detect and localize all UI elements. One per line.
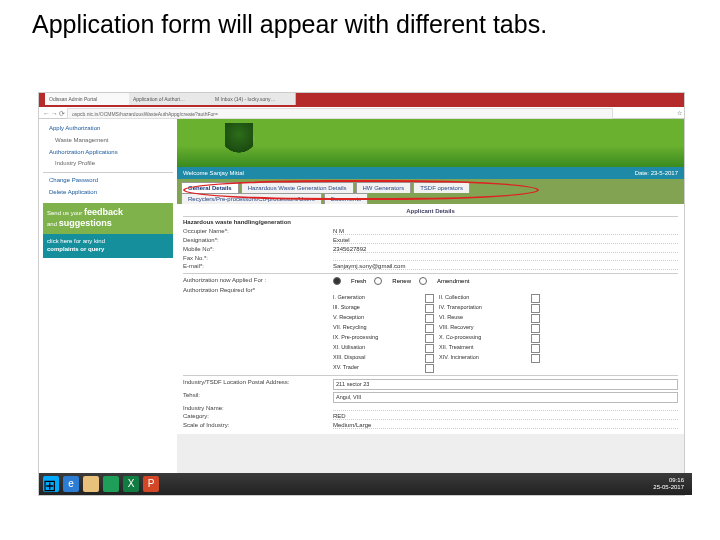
sidebar: Apply Authorization Waste Management Aut… (39, 119, 177, 474)
welcome-date: Date: 23-5-2017 (635, 167, 678, 179)
check-label: IX. Pre-processing (333, 334, 425, 343)
tehsil-input[interactable]: Angul, VIII (333, 392, 678, 403)
check-label: XIV. Incineration (439, 354, 531, 363)
checkbox[interactable] (531, 334, 540, 343)
checkbox[interactable] (425, 314, 434, 323)
postal-label: Industry/TSDF Location Postal Address: (183, 379, 333, 390)
check-label: X. Co-processing (439, 334, 531, 343)
sidebar-item-waste[interactable]: Waste Management (43, 135, 173, 147)
main: Welcome Sanjay Mittal Date: 23-5-2017 Ge… (177, 119, 684, 474)
store-icon[interactable] (103, 476, 119, 492)
tab-hw-generation[interactable]: Hazardous Waste Generation Details (241, 182, 354, 193)
radio-renew-lbl: Renew (392, 278, 411, 284)
checkbox[interactable] (531, 314, 540, 323)
check-label: II. Collection (439, 294, 531, 303)
authapplied-label: Authorization now Applied For : (183, 277, 333, 285)
sidebar-item-delete-app[interactable]: Delete Application (43, 187, 173, 199)
browser-tab-3[interactable]: M Inbox (14) - lucky.sony… (211, 93, 296, 105)
sidebar-item-apply[interactable]: Apply Authorization (43, 123, 173, 135)
complaints-box[interactable]: click here for any kind complaints or qu… (43, 234, 173, 258)
browser-tab-2[interactable]: Application of Authori… (129, 93, 216, 105)
page: Apply Authorization Waste Management Aut… (39, 119, 684, 474)
url-input[interactable]: ospcb.nic.in/OCMMS/hazardousWasteAuthApp… (67, 108, 613, 119)
feedback-l1: Send us your (47, 210, 82, 216)
feedback-l4: suggestions (59, 218, 112, 228)
screenshot: Odissan Admin Portal Application of Auth… (38, 92, 685, 496)
tab-hw-generators[interactable]: HW Generators (356, 182, 412, 193)
radio-renew[interactable] (374, 277, 382, 285)
checkbox[interactable] (425, 324, 434, 333)
scale-value: Medium/Large (333, 422, 678, 429)
tab-documents[interactable]: Documents (324, 193, 368, 204)
category-value: RED (333, 413, 678, 420)
start-button[interactable]: ⊞ (43, 476, 59, 492)
checkbox[interactable] (425, 344, 434, 353)
star-icon[interactable]: ☆ (677, 108, 682, 119)
complaints-l1: click here for any kind (47, 238, 169, 246)
checkbox[interactable] (425, 354, 434, 363)
tab-recyclers[interactable]: Recyclers/Pre-processors/Co-processors/U… (181, 193, 322, 204)
email-value[interactable]: Sanjaymj.sony@gmail.com (333, 263, 678, 270)
indname-label: Industry Name: (183, 405, 333, 411)
browser-tab-1[interactable]: Odissan Admin Portal (45, 93, 130, 105)
folder-icon[interactable] (83, 476, 99, 492)
checkbox[interactable] (531, 294, 540, 303)
postal-input[interactable]: 211 sector 23 (333, 379, 678, 390)
checkbox[interactable] (425, 294, 434, 303)
scale-label: Scale of Industry: (183, 422, 333, 429)
form-area: Applicant Details Hazardous waste handli… (177, 204, 684, 434)
sidebar-item-auth-apps[interactable]: Authorization Applications (43, 147, 173, 159)
welcome-bar: Welcome Sanjay Mittal Date: 23-5-2017 (177, 167, 684, 179)
complaints-l2: complaints or query (47, 246, 169, 254)
check-label: VII. Recycling (333, 324, 425, 333)
checkbox[interactable] (425, 364, 434, 373)
indname-value (333, 405, 678, 411)
tab-tsdf-operators[interactable]: TSDF operators (413, 182, 470, 193)
checkbox[interactable] (531, 354, 540, 363)
radio-fresh[interactable] (333, 277, 341, 285)
powerpoint-icon[interactable]: P (143, 476, 159, 492)
authreq-label: Authorization Required for* (183, 287, 333, 293)
sidebar-item-change-pw[interactable]: Change Password (43, 175, 173, 187)
checkbox[interactable] (425, 304, 434, 313)
taskbar-clock[interactable]: 09:16 25-05-2017 (653, 477, 684, 490)
radio-amend[interactable] (419, 277, 427, 285)
checkbox (531, 364, 545, 373)
mobile-value[interactable]: 2345627892 (333, 246, 678, 253)
sidebar-item-industry[interactable]: Industry Profile (43, 158, 173, 170)
browser-urlbar: ← → ⟳ ospcb.nic.in/OCMMS/hazardousWasteA… (39, 107, 684, 119)
checkbox[interactable] (531, 344, 540, 353)
authreq-grid: I. GenerationII. CollectionIII. StorageI… (333, 294, 678, 373)
email-label: E-mail*: (183, 263, 333, 270)
tab-general-details[interactable]: General Details (181, 182, 239, 193)
ie-icon[interactable]: e (63, 476, 79, 492)
occupier-value[interactable]: N M (333, 228, 678, 235)
back-icon[interactable]: ← (43, 108, 50, 119)
feedback-box[interactable]: Send us your feedback and suggestions (43, 203, 173, 234)
checkbox[interactable] (425, 334, 434, 343)
feedback-l3: and (47, 221, 57, 227)
check-label: XII. Treatment (439, 344, 531, 353)
taskbar: ⊞ e X P 09:16 25-05-2017 (39, 473, 692, 495)
check-label: XIII. Disposal (333, 354, 425, 363)
clock-date: 25-05-2017 (653, 484, 684, 491)
designation-value[interactable]: Exutel (333, 237, 678, 244)
check-label (439, 364, 531, 373)
fax-label: Fax No.*: (183, 255, 333, 261)
check-label: VI. Reuse (439, 314, 531, 323)
fax-value[interactable] (333, 255, 678, 261)
radio-fresh-lbl: Fresh (351, 278, 366, 284)
checkbox[interactable] (531, 324, 540, 333)
browser-tabstrip: Odissan Admin Portal Application of Auth… (39, 93, 684, 107)
banner (177, 119, 684, 167)
check-label: XV. Trader (333, 364, 425, 373)
checkbox[interactable] (531, 304, 540, 313)
form-tabbar: General Details Hazardous Waste Generati… (177, 179, 684, 204)
check-label: IV. Transportation (439, 304, 531, 313)
check-label: VIII. Recovery (439, 324, 531, 333)
reload-icon[interactable]: ⟳ (59, 108, 65, 119)
forward-icon[interactable]: → (51, 108, 58, 119)
check-label: XI. Utilisation (333, 344, 425, 353)
excel-icon[interactable]: X (123, 476, 139, 492)
welcome-user: Welcome Sanjay Mittal (183, 167, 244, 179)
